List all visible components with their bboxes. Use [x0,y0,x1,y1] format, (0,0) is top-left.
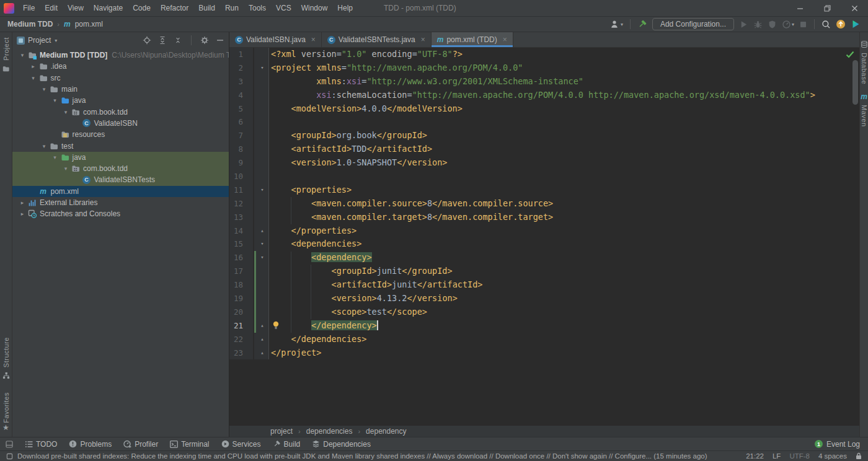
close-tab-icon[interactable]: × [311,35,316,44]
fold-marker-icon[interactable]: ▾ [256,251,268,265]
close-tab-icon[interactable]: × [503,35,507,44]
caret-position-widget[interactable]: 21:22 [746,452,764,460]
tool-strip-structure[interactable]: Structure [2,337,10,367]
tree-chevron-icon[interactable]: ▾ [61,109,71,115]
tool-strip-favorites[interactable]: Favorites [2,392,10,423]
tree-item[interactable]: ▾main [12,84,229,95]
menu-item-view[interactable]: View [63,0,89,16]
fold-marker-icon[interactable]: ▾ [256,61,268,75]
tree-chevron-icon[interactable]: ▾ [50,97,60,103]
indent-widget[interactable]: 4 spaces [818,452,847,460]
inspections-ok-icon[interactable] [846,51,854,58]
menu-item-refactor[interactable]: Refactor [156,0,193,16]
tree-chevron-icon[interactable]: ▸ [17,211,27,217]
code-line[interactable]: 13 <maven.compiler.target>8</maven.compi… [229,211,859,224]
breadcrumb-dependencies[interactable]: dependencies [306,427,353,436]
code-line[interactable]: 2▾<project xmlns="http://maven.apache.or… [229,61,859,75]
tool-window-button-todo[interactable]: TODO [25,440,57,449]
code-line[interactable]: 8 <artifactId>TDD</artifactId> [229,143,859,156]
code-line[interactable]: 6 [229,115,859,129]
tool-strip-maven[interactable]: Maven [861,105,868,127]
maven-icon[interactable]: m [861,93,867,100]
menu-item-window[interactable]: Window [296,0,333,16]
ide-gradient-play-icon[interactable] [851,19,861,29]
tool-window-button-terminal[interactable]: Terminal [170,440,209,449]
debug-bug-icon[interactable] [753,20,763,29]
build-hammer-icon[interactable] [637,19,647,29]
tool-window-switcher-icon[interactable] [6,441,13,448]
menu-item-vcs[interactable]: VCS [271,0,296,16]
code-line[interactable]: 15▾ <dependencies> [229,237,859,251]
tool-strip-project[interactable]: Project [2,37,10,61]
status-message[interactable]: Download pre-built shared indexes: Reduc… [17,452,707,460]
tree-item[interactable]: ▾java [12,95,229,106]
fold-marker-icon[interactable]: ▴ [256,333,268,346]
code-line[interactable]: 19 <version>4.13.2</version> [229,292,859,305]
tree-item[interactable]: ▸Scratches and Consoles [12,208,229,219]
coverage-icon[interactable] [768,20,777,29]
menu-item-run[interactable]: Run [220,0,244,16]
code-line[interactable]: 21▴ </dependency> [229,319,859,333]
tree-chevron-icon[interactable]: ▾ [39,143,49,149]
code-line[interactable]: 22▴ </dependencies> [229,333,859,346]
menu-item-file[interactable]: File [18,0,40,16]
tool-strip-database[interactable]: Database [861,53,868,84]
fold-marker-icon[interactable]: ▴ [256,346,268,360]
tree-item[interactable]: ▾com.book.tdd [12,106,229,117]
profiler-run-icon[interactable]: ▾ [782,20,794,29]
menu-item-tools[interactable]: Tools [244,0,271,16]
close-tab-icon[interactable]: × [421,35,425,44]
user-account-icon[interactable]: ▾ [610,20,623,29]
hide-panel-icon[interactable] [216,36,224,45]
breadcrumb-project[interactable]: project [270,427,293,436]
tool-window-button-build[interactable]: Build [273,440,301,449]
tool-window-button-services[interactable]: Services [221,440,261,449]
tree-chevron-icon[interactable]: ▸ [29,63,38,69]
tool-window-button-dependencies[interactable]: Dependencies [312,440,371,449]
tree-item[interactable]: mpom.xml [12,186,229,197]
fold-marker-icon[interactable]: ▾ [256,183,268,197]
search-everywhere-icon[interactable] [822,20,831,29]
minimize-button[interactable] [786,0,813,16]
tree-chevron-icon[interactable]: ▾ [17,52,27,58]
project-folder-icon[interactable] [2,65,10,72]
tree-item[interactable]: ▾test [12,140,229,151]
tree-item[interactable]: ▾Medium TDD [TDD]C:\Users\Nipuna\Desktop… [12,50,229,61]
editor-scrollbar[interactable] [852,60,858,105]
database-icon[interactable] [861,40,868,48]
tree-item[interactable]: ▾src [12,72,229,84]
editor-tab[interactable]: mpom.xml (TDD)× [432,32,513,47]
code-editor[interactable]: 1<?xml version="1.0" encoding="UTF-8"?>2… [229,48,859,425]
stop-icon[interactable] [799,20,807,29]
menu-item-edit[interactable]: Edit [40,0,63,16]
project-panel-title[interactable]: Project [28,36,51,45]
tree-chevron-icon[interactable]: ▾ [50,154,60,160]
breadcrumb-file[interactable]: pom.xml [75,20,103,29]
tree-item[interactable]: resources [12,129,229,140]
code-line[interactable]: 5 <modelVersion>4.0.0</modelVersion> [229,102,859,116]
tree-chevron-icon[interactable]: ▾ [39,86,49,92]
close-button[interactable] [841,0,868,16]
chevron-down-icon[interactable]: ▾ [55,38,57,43]
code-line[interactable]: 4 xsi:schemaLocation="http://maven.apach… [229,89,859,102]
code-line[interactable]: 11▾ <properties> [229,183,859,197]
code-line[interactable]: 3 xmlns:xsi="http://www.w3.org/2001/XMLS… [229,75,859,89]
code-line[interactable]: 16▾ <dependency> [229,251,859,265]
code-line[interactable]: 10 [229,170,859,183]
menu-item-help[interactable]: Help [332,0,358,16]
tree-item[interactable]: ▾com.book.tdd [12,163,229,174]
add-configuration-button[interactable]: Add Configuration... [652,18,734,30]
tree-item[interactable]: ▾java [12,152,229,163]
tree-item[interactable]: ▸External Libraries [12,197,229,208]
tree-chevron-icon[interactable]: ▾ [29,75,38,81]
menu-item-code[interactable]: Code [128,0,156,16]
locate-file-icon[interactable] [143,36,151,45]
code-line[interactable]: 14▴ </properties> [229,224,859,238]
fold-marker-icon[interactable]: ▾ [256,237,268,251]
tree-chevron-icon[interactable]: ▾ [61,165,71,172]
code-line[interactable]: 23▴</project> [229,346,859,360]
encoding-widget[interactable]: UTF-8 [789,452,810,460]
code-line[interactable]: 9 <version>1.0-SNAPSHOT</version> [229,156,859,170]
fold-marker-icon[interactable]: ▴ [256,224,268,238]
code-line[interactable]: 20 <scope>test</scope> [229,305,859,319]
